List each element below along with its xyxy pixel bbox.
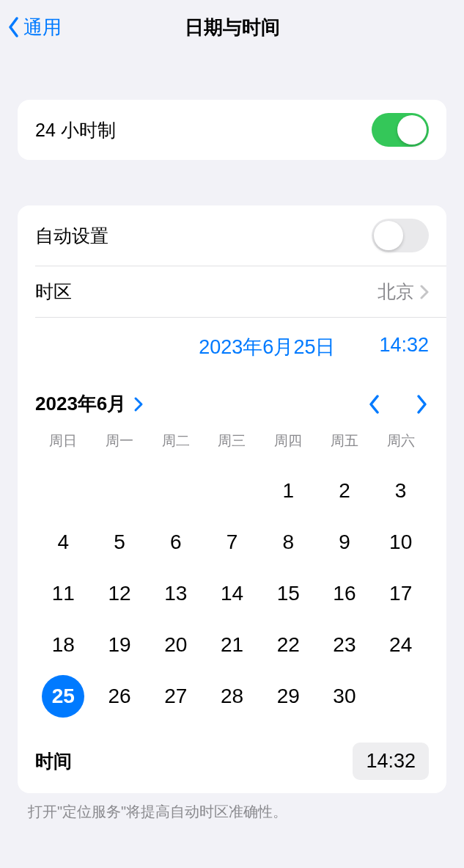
row-timezone[interactable]: 时区 北京 bbox=[35, 266, 446, 317]
calendar-day[interactable]: 30 bbox=[323, 675, 366, 718]
calendar-day[interactable]: 24 bbox=[380, 624, 422, 666]
page-title: 日期与时间 bbox=[0, 15, 464, 40]
chevron-right-icon bbox=[133, 396, 144, 412]
calendar-dow: 周日 bbox=[35, 431, 92, 465]
month-label: 2023年6月 bbox=[35, 391, 126, 417]
calendar-day[interactable]: 9 bbox=[323, 521, 366, 564]
calendar-day[interactable]: 1 bbox=[267, 470, 309, 512]
calendar-day[interactable]: 4 bbox=[42, 521, 84, 564]
calendar-day[interactable]: 3 bbox=[380, 470, 422, 512]
calendar-day[interactable]: 8 bbox=[267, 521, 309, 564]
calendar-day[interactable]: 6 bbox=[155, 521, 197, 564]
calendar-day[interactable]: 17 bbox=[380, 572, 422, 615]
chevron-left-icon bbox=[7, 16, 21, 38]
toggle-auto-set[interactable] bbox=[372, 219, 429, 252]
calendar-day[interactable]: 27 bbox=[155, 675, 197, 718]
next-month-button[interactable] bbox=[414, 393, 429, 415]
calendar-dow: 周四 bbox=[260, 431, 317, 465]
calendar-day[interactable]: 19 bbox=[98, 624, 141, 666]
calendar-dow: 周一 bbox=[92, 431, 148, 465]
calendar-dow: 周六 bbox=[372, 431, 429, 465]
row-24-hour-label: 24 小时制 bbox=[35, 118, 116, 142]
calendar-day[interactable]: 22 bbox=[267, 624, 309, 666]
current-time[interactable]: 14:32 bbox=[379, 334, 429, 360]
time-label: 时间 bbox=[35, 749, 72, 773]
month-picker[interactable]: 2023年6月 bbox=[35, 391, 144, 417]
prev-month-button[interactable] bbox=[367, 393, 382, 415]
calendar-day[interactable]: 25 bbox=[42, 675, 84, 718]
row-time: 时间 14:32 bbox=[18, 735, 446, 793]
timezone-value: 北京 bbox=[378, 280, 414, 304]
footer-note: 打开"定位服务"将提高自动时区准确性。 bbox=[0, 793, 464, 822]
time-picker[interactable]: 14:32 bbox=[353, 743, 429, 780]
calendar-day[interactable]: 18 bbox=[42, 624, 84, 666]
calendar-day[interactable]: 28 bbox=[210, 675, 253, 718]
calendar-day[interactable]: 5 bbox=[98, 521, 141, 564]
row-current-datetime: 2023年6月25日 14:32 bbox=[35, 317, 446, 379]
toggle-24-hour[interactable] bbox=[372, 113, 429, 147]
back-button[interactable]: 通用 bbox=[7, 15, 62, 40]
timezone-label: 时区 bbox=[35, 280, 72, 304]
calendar-day[interactable]: 15 bbox=[267, 572, 309, 615]
calendar-day[interactable]: 11 bbox=[42, 572, 84, 615]
calendar-day[interactable]: 10 bbox=[380, 521, 422, 564]
current-date[interactable]: 2023年6月25日 bbox=[199, 334, 335, 360]
calendar-dow: 周三 bbox=[204, 431, 260, 465]
calendar-dow: 周二 bbox=[147, 431, 204, 465]
calendar-day[interactable]: 12 bbox=[98, 572, 141, 615]
calendar-day[interactable]: 21 bbox=[210, 624, 253, 666]
back-label: 通用 bbox=[23, 15, 62, 40]
calendar-day[interactable]: 20 bbox=[155, 624, 197, 666]
calendar-day[interactable]: 16 bbox=[323, 572, 366, 615]
calendar-day[interactable]: 14 bbox=[210, 572, 253, 615]
row-auto-set-label: 自动设置 bbox=[35, 224, 108, 248]
calendar-dow: 周五 bbox=[317, 431, 373, 465]
row-24-hour: 24 小时制 bbox=[18, 100, 446, 160]
calendar-day[interactable]: 7 bbox=[210, 521, 253, 564]
calendar-day[interactable]: 23 bbox=[323, 624, 366, 666]
row-auto-set: 自动设置 bbox=[18, 205, 446, 266]
calendar-day[interactable]: 13 bbox=[155, 572, 197, 615]
calendar-day[interactable]: 26 bbox=[98, 675, 141, 718]
chevron-right-icon bbox=[420, 285, 429, 299]
calendar-day[interactable]: 2 bbox=[323, 470, 366, 512]
calendar-day[interactable]: 29 bbox=[267, 675, 309, 718]
